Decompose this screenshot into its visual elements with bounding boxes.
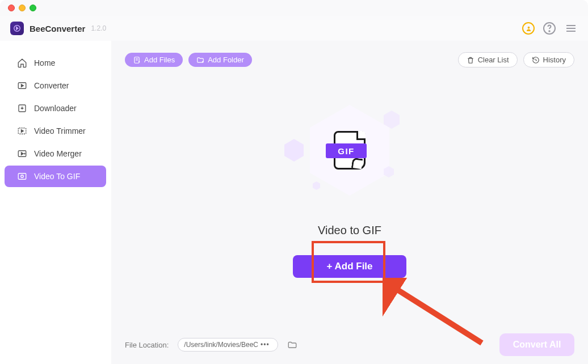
sidebar-item-label: Video Trimmer bbox=[34, 126, 86, 136]
sidebar-item-merger[interactable]: Video Merger bbox=[5, 143, 106, 164]
convert-all-button[interactable]: Convert All bbox=[499, 333, 574, 356]
window-title-bar bbox=[0, 0, 588, 16]
app-logo-icon bbox=[10, 22, 24, 35]
account-button[interactable] bbox=[522, 22, 535, 35]
converter-icon bbox=[17, 81, 27, 91]
svg-rect-11 bbox=[18, 173, 26, 180]
file-location-path: /Users/link/Movies/BeeC bbox=[184, 341, 258, 349]
add-files-icon bbox=[133, 56, 141, 64]
add-folder-label: Add Folder bbox=[208, 56, 244, 64]
app-version-label: 1.2.0 bbox=[91, 24, 106, 32]
sidebar-item-downloader[interactable]: Downloader bbox=[5, 98, 106, 119]
sidebar: Home Converter Downloader Video Trimmer bbox=[0, 41, 111, 364]
gif-icon bbox=[17, 171, 27, 181]
clear-list-label: Clear List bbox=[478, 56, 509, 64]
history-icon bbox=[532, 56, 540, 64]
app-name-label: BeeConverter bbox=[30, 24, 85, 33]
clear-list-button[interactable]: Clear List bbox=[458, 52, 518, 67]
open-folder-button[interactable] bbox=[287, 340, 297, 350]
history-label: History bbox=[543, 56, 566, 64]
history-button[interactable]: History bbox=[523, 52, 574, 67]
help-icon bbox=[543, 22, 556, 35]
convert-all-label: Convert All bbox=[513, 340, 561, 349]
add-folder-button[interactable]: Add Folder bbox=[188, 53, 252, 67]
svg-point-3 bbox=[549, 31, 550, 32]
add-file-button-label: + Add File bbox=[326, 261, 372, 272]
add-files-label: Add Files bbox=[144, 56, 175, 64]
sidebar-item-trimmer[interactable]: Video Trimmer bbox=[5, 120, 106, 142]
sidebar-item-label: Video Merger bbox=[34, 149, 82, 158]
folder-icon bbox=[287, 340, 297, 350]
sidebar-item-label: Video To GIF bbox=[34, 172, 80, 181]
add-file-button[interactable]: + Add File bbox=[293, 255, 406, 278]
bottom-bar: File Location: /Users/link/Movies/BeeC •… bbox=[111, 325, 588, 364]
sidebar-item-label: Downloader bbox=[34, 104, 77, 113]
gif-badge: GIF bbox=[326, 143, 367, 158]
toolbar: Add Files Add Folder Clear List History bbox=[111, 41, 588, 74]
home-icon bbox=[17, 58, 27, 68]
file-location-label: File Location: bbox=[125, 341, 169, 349]
content-area: Add Files Add Folder Clear List History bbox=[111, 41, 588, 364]
sidebar-item-label: Converter bbox=[34, 81, 69, 90]
empty-state: GIF Video to GIF + Add File bbox=[111, 74, 588, 325]
trash-icon bbox=[467, 56, 474, 64]
window-minimize-button[interactable] bbox=[19, 5, 26, 11]
download-icon bbox=[17, 103, 27, 113]
add-files-button[interactable]: Add Files bbox=[125, 53, 183, 67]
app-header: BeeConverter 1.2.0 bbox=[0, 16, 588, 41]
trimmer-icon bbox=[17, 126, 27, 136]
hamburger-icon bbox=[564, 22, 578, 35]
gif-illustration: GIF bbox=[293, 105, 406, 213]
svg-point-1 bbox=[527, 26, 530, 28]
help-button[interactable] bbox=[543, 22, 556, 35]
sidebar-item-home[interactable]: Home bbox=[5, 52, 106, 74]
add-folder-icon bbox=[196, 56, 204, 64]
user-icon bbox=[526, 26, 532, 32]
sidebar-item-label: Home bbox=[34, 58, 55, 67]
window-close-button[interactable] bbox=[8, 5, 15, 11]
merger-icon bbox=[17, 149, 27, 159]
menu-button[interactable] bbox=[564, 22, 578, 35]
sidebar-item-video-to-gif[interactable]: Video To GIF bbox=[5, 166, 106, 187]
file-location-chip: /Users/link/Movies/BeeC ••• bbox=[178, 338, 278, 352]
window-maximize-button[interactable] bbox=[30, 5, 36, 11]
svg-point-12 bbox=[21, 175, 24, 178]
empty-state-title: Video to GIF bbox=[318, 224, 381, 237]
sidebar-item-converter[interactable]: Converter bbox=[5, 75, 106, 96]
file-location-browse-button[interactable]: ••• bbox=[258, 341, 272, 349]
